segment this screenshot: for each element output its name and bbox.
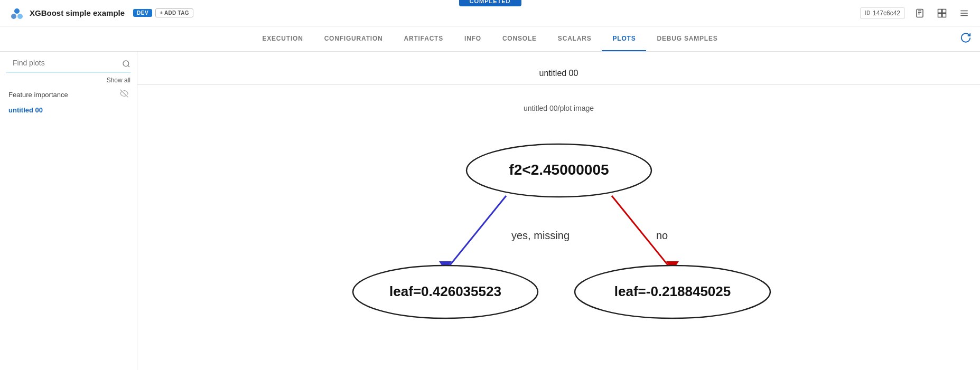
app-title: XGBoost simple example [30,8,125,17]
id-value: 147c6c42 [873,10,900,17]
svg-line-15 [128,65,129,67]
top-bar-right: ID 147c6c42 [860,6,972,21]
svg-rect-10 [942,13,946,17]
svg-point-0 [11,14,16,19]
refresh-icon[interactable] [960,32,972,46]
left-leaf-label: leaf=0.426035523 [389,283,501,299]
plot-title-main: untitled 00 [137,62,980,85]
main-layout: Show all Feature importance untitled 00 … [0,52,980,370]
right-leaf-label: leaf=-0.218845025 [614,283,730,299]
content-area: untitled 00 untitled 00/plot image f2<2.… [137,52,980,370]
yes-missing-label: yes, missing [511,230,569,241]
tree-svg: f2<2.45000005 yes, missing no [342,128,776,329]
tab-info[interactable]: INFO [454,26,492,51]
dev-tag: DEV [133,9,152,17]
completed-badge: COMPLETED [459,0,521,6]
svg-line-18 [445,196,506,271]
sidebar-item-label-feature-importance: Feature importance [8,91,68,99]
show-all-row: Show all [0,77,137,86]
app-logo [8,5,25,22]
id-label: ID [865,10,871,16]
tree-diagram: f2<2.45000005 yes, missing no [321,128,797,329]
sidebar: Show all Feature importance untitled 00 [0,52,137,370]
menu-icon-button[interactable] [957,6,972,21]
svg-rect-8 [942,9,946,13]
sidebar-item-label-untitled00: untitled 00 [8,106,43,114]
top-bar: COMPLETED XGBoost simple example DEV + A… [0,0,980,26]
tab-debug-samples[interactable]: DEBUG SAMPLES [646,26,728,51]
plot-container: untitled 00/plot image f2<2.45000005 [137,93,980,339]
nav-tabs: EXECUTION CONFIGURATION ARTIFACTS INFO C… [0,26,980,52]
svg-point-2 [14,8,20,14]
tab-plots[interactable]: PLOTS [602,26,646,51]
plot-subtitle: untitled 00/plot image [524,104,594,112]
plot-section: untitled 00 untitled 00/plot image f2<2.… [137,52,980,350]
search-input[interactable] [13,59,124,67]
svg-rect-7 [938,9,942,13]
id-badge: ID 147c6c42 [860,7,905,19]
eye-off-icon [120,89,128,100]
tab-configuration[interactable]: CONFIGURATION [314,26,394,51]
search-icon [122,60,130,70]
sidebar-item-feature-importance[interactable]: Feature importance [0,86,137,103]
layout-icon-button[interactable] [935,6,949,21]
search-container [6,58,130,72]
document-icon-button[interactable] [912,6,927,21]
svg-rect-9 [938,13,942,17]
tab-artifacts[interactable]: ARTIFACTS [394,26,454,51]
svg-point-14 [123,61,129,67]
tab-execution[interactable]: EXECUTION [251,26,313,51]
tab-scalars[interactable]: SCALARS [547,26,602,51]
add-tag-button[interactable]: + ADD TAG [155,8,193,17]
root-node-label: f2<2.45000005 [509,162,609,178]
svg-point-1 [17,14,23,19]
sidebar-item-untitled00[interactable]: untitled 00 [0,103,137,117]
show-all-link[interactable]: Show all [107,77,130,84]
tag-area: DEV + ADD TAG [133,8,193,17]
no-label: no [656,230,667,241]
logo-area: XGBoost simple example [8,5,125,22]
tab-console[interactable]: CONSOLE [492,26,547,51]
